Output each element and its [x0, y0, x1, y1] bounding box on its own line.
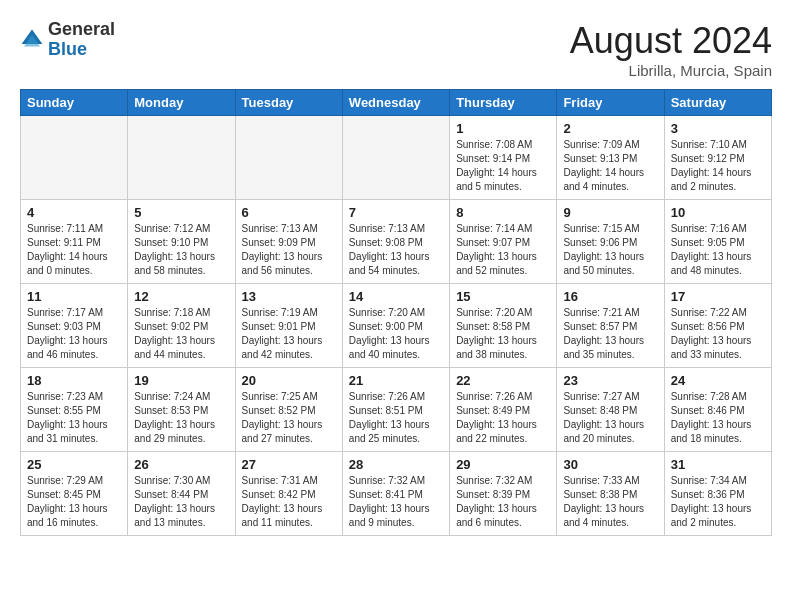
calendar-cell: 24Sunrise: 7:28 AM Sunset: 8:46 PM Dayli… — [664, 368, 771, 452]
calendar-cell: 30Sunrise: 7:33 AM Sunset: 8:38 PM Dayli… — [557, 452, 664, 536]
day-info: Sunrise: 7:22 AM Sunset: 8:56 PM Dayligh… — [671, 306, 765, 362]
calendar-cell: 4Sunrise: 7:11 AM Sunset: 9:11 PM Daylig… — [21, 200, 128, 284]
day-number: 14 — [349, 289, 443, 304]
calendar-cell: 2Sunrise: 7:09 AM Sunset: 9:13 PM Daylig… — [557, 116, 664, 200]
calendar-cell: 27Sunrise: 7:31 AM Sunset: 8:42 PM Dayli… — [235, 452, 342, 536]
day-info: Sunrise: 7:10 AM Sunset: 9:12 PM Dayligh… — [671, 138, 765, 194]
calendar-cell: 11Sunrise: 7:17 AM Sunset: 9:03 PM Dayli… — [21, 284, 128, 368]
day-info: Sunrise: 7:09 AM Sunset: 9:13 PM Dayligh… — [563, 138, 657, 194]
day-number: 10 — [671, 205, 765, 220]
day-info: Sunrise: 7:20 AM Sunset: 8:58 PM Dayligh… — [456, 306, 550, 362]
logo: General Blue — [20, 20, 115, 60]
calendar-cell: 12Sunrise: 7:18 AM Sunset: 9:02 PM Dayli… — [128, 284, 235, 368]
day-number: 25 — [27, 457, 121, 472]
day-number: 11 — [27, 289, 121, 304]
calendar-cell: 22Sunrise: 7:26 AM Sunset: 8:49 PM Dayli… — [450, 368, 557, 452]
calendar-cell: 28Sunrise: 7:32 AM Sunset: 8:41 PM Dayli… — [342, 452, 449, 536]
calendar-week-row: 4Sunrise: 7:11 AM Sunset: 9:11 PM Daylig… — [21, 200, 772, 284]
calendar-cell: 20Sunrise: 7:25 AM Sunset: 8:52 PM Dayli… — [235, 368, 342, 452]
calendar-cell: 19Sunrise: 7:24 AM Sunset: 8:53 PM Dayli… — [128, 368, 235, 452]
calendar-cell: 21Sunrise: 7:26 AM Sunset: 8:51 PM Dayli… — [342, 368, 449, 452]
day-info: Sunrise: 7:30 AM Sunset: 8:44 PM Dayligh… — [134, 474, 228, 530]
day-info: Sunrise: 7:14 AM Sunset: 9:07 PM Dayligh… — [456, 222, 550, 278]
day-number: 27 — [242, 457, 336, 472]
calendar-cell: 8Sunrise: 7:14 AM Sunset: 9:07 PM Daylig… — [450, 200, 557, 284]
day-number: 22 — [456, 373, 550, 388]
page-header: General Blue August 2024 Librilla, Murci… — [20, 20, 772, 79]
day-info: Sunrise: 7:12 AM Sunset: 9:10 PM Dayligh… — [134, 222, 228, 278]
day-number: 4 — [27, 205, 121, 220]
location-title: Librilla, Murcia, Spain — [570, 62, 772, 79]
day-number: 21 — [349, 373, 443, 388]
day-number: 16 — [563, 289, 657, 304]
day-info: Sunrise: 7:17 AM Sunset: 9:03 PM Dayligh… — [27, 306, 121, 362]
logo-general-text: General — [48, 20, 115, 40]
day-number: 2 — [563, 121, 657, 136]
month-title: August 2024 — [570, 20, 772, 62]
calendar-cell: 25Sunrise: 7:29 AM Sunset: 8:45 PM Dayli… — [21, 452, 128, 536]
day-info: Sunrise: 7:18 AM Sunset: 9:02 PM Dayligh… — [134, 306, 228, 362]
day-number: 29 — [456, 457, 550, 472]
day-info: Sunrise: 7:16 AM Sunset: 9:05 PM Dayligh… — [671, 222, 765, 278]
day-number: 26 — [134, 457, 228, 472]
calendar-cell: 16Sunrise: 7:21 AM Sunset: 8:57 PM Dayli… — [557, 284, 664, 368]
day-info: Sunrise: 7:23 AM Sunset: 8:55 PM Dayligh… — [27, 390, 121, 446]
weekday-header-thursday: Thursday — [450, 90, 557, 116]
day-number: 8 — [456, 205, 550, 220]
calendar-week-row: 1Sunrise: 7:08 AM Sunset: 9:14 PM Daylig… — [21, 116, 772, 200]
calendar-week-row: 18Sunrise: 7:23 AM Sunset: 8:55 PM Dayli… — [21, 368, 772, 452]
day-number: 1 — [456, 121, 550, 136]
calendar-cell: 3Sunrise: 7:10 AM Sunset: 9:12 PM Daylig… — [664, 116, 771, 200]
logo-icon — [20, 28, 44, 52]
day-number: 13 — [242, 289, 336, 304]
day-info: Sunrise: 7:13 AM Sunset: 9:08 PM Dayligh… — [349, 222, 443, 278]
calendar-body: 1Sunrise: 7:08 AM Sunset: 9:14 PM Daylig… — [21, 116, 772, 536]
day-info: Sunrise: 7:26 AM Sunset: 8:49 PM Dayligh… — [456, 390, 550, 446]
day-info: Sunrise: 7:15 AM Sunset: 9:06 PM Dayligh… — [563, 222, 657, 278]
day-number: 20 — [242, 373, 336, 388]
day-info: Sunrise: 7:21 AM Sunset: 8:57 PM Dayligh… — [563, 306, 657, 362]
day-info: Sunrise: 7:33 AM Sunset: 8:38 PM Dayligh… — [563, 474, 657, 530]
day-number: 15 — [456, 289, 550, 304]
calendar-cell: 29Sunrise: 7:32 AM Sunset: 8:39 PM Dayli… — [450, 452, 557, 536]
day-info: Sunrise: 7:11 AM Sunset: 9:11 PM Dayligh… — [27, 222, 121, 278]
day-number: 30 — [563, 457, 657, 472]
day-number: 6 — [242, 205, 336, 220]
calendar-table: SundayMondayTuesdayWednesdayThursdayFrid… — [20, 89, 772, 536]
calendar-header: SundayMondayTuesdayWednesdayThursdayFrid… — [21, 90, 772, 116]
calendar-cell — [235, 116, 342, 200]
day-info: Sunrise: 7:32 AM Sunset: 8:41 PM Dayligh… — [349, 474, 443, 530]
weekday-header-friday: Friday — [557, 90, 664, 116]
day-number: 3 — [671, 121, 765, 136]
calendar-cell: 23Sunrise: 7:27 AM Sunset: 8:48 PM Dayli… — [557, 368, 664, 452]
logo-text: General Blue — [48, 20, 115, 60]
day-info: Sunrise: 7:31 AM Sunset: 8:42 PM Dayligh… — [242, 474, 336, 530]
weekday-header-wednesday: Wednesday — [342, 90, 449, 116]
calendar-cell — [342, 116, 449, 200]
day-info: Sunrise: 7:13 AM Sunset: 9:09 PM Dayligh… — [242, 222, 336, 278]
weekday-header-row: SundayMondayTuesdayWednesdayThursdayFrid… — [21, 90, 772, 116]
calendar-cell: 10Sunrise: 7:16 AM Sunset: 9:05 PM Dayli… — [664, 200, 771, 284]
day-number: 24 — [671, 373, 765, 388]
day-info: Sunrise: 7:19 AM Sunset: 9:01 PM Dayligh… — [242, 306, 336, 362]
day-info: Sunrise: 7:20 AM Sunset: 9:00 PM Dayligh… — [349, 306, 443, 362]
weekday-header-monday: Monday — [128, 90, 235, 116]
calendar-cell: 15Sunrise: 7:20 AM Sunset: 8:58 PM Dayli… — [450, 284, 557, 368]
calendar-cell: 18Sunrise: 7:23 AM Sunset: 8:55 PM Dayli… — [21, 368, 128, 452]
day-number: 9 — [563, 205, 657, 220]
calendar-cell: 31Sunrise: 7:34 AM Sunset: 8:36 PM Dayli… — [664, 452, 771, 536]
calendar-cell: 17Sunrise: 7:22 AM Sunset: 8:56 PM Dayli… — [664, 284, 771, 368]
day-info: Sunrise: 7:34 AM Sunset: 8:36 PM Dayligh… — [671, 474, 765, 530]
day-info: Sunrise: 7:28 AM Sunset: 8:46 PM Dayligh… — [671, 390, 765, 446]
day-info: Sunrise: 7:24 AM Sunset: 8:53 PM Dayligh… — [134, 390, 228, 446]
day-number: 28 — [349, 457, 443, 472]
calendar-cell — [128, 116, 235, 200]
day-number: 18 — [27, 373, 121, 388]
calendar-week-row: 11Sunrise: 7:17 AM Sunset: 9:03 PM Dayli… — [21, 284, 772, 368]
calendar-cell: 1Sunrise: 7:08 AM Sunset: 9:14 PM Daylig… — [450, 116, 557, 200]
calendar-cell: 13Sunrise: 7:19 AM Sunset: 9:01 PM Dayli… — [235, 284, 342, 368]
day-info: Sunrise: 7:26 AM Sunset: 8:51 PM Dayligh… — [349, 390, 443, 446]
calendar-cell: 5Sunrise: 7:12 AM Sunset: 9:10 PM Daylig… — [128, 200, 235, 284]
day-number: 5 — [134, 205, 228, 220]
calendar-cell: 14Sunrise: 7:20 AM Sunset: 9:00 PM Dayli… — [342, 284, 449, 368]
